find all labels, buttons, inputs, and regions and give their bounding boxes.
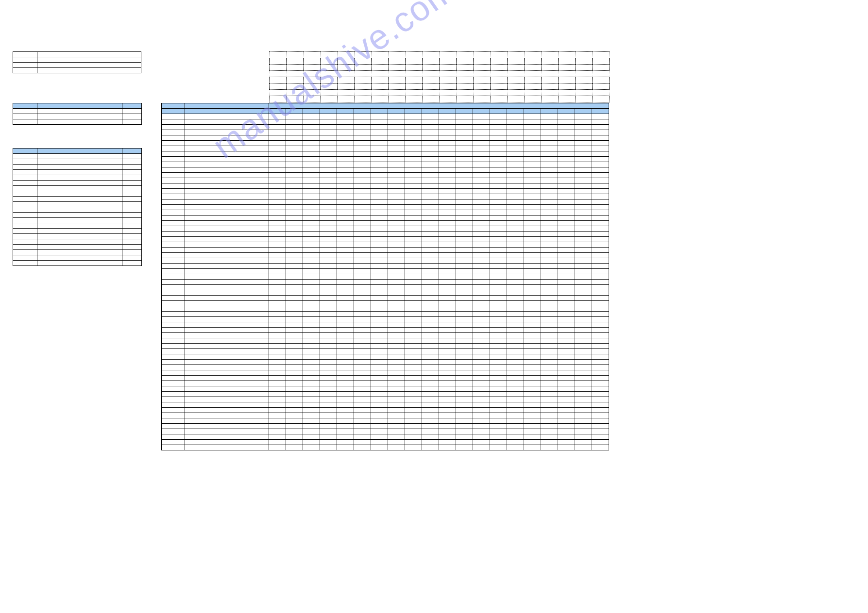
main-cell xyxy=(162,328,185,333)
main-cell xyxy=(541,290,558,296)
list-table-header-cell xyxy=(37,149,122,154)
main-cell xyxy=(575,189,592,194)
main-cell xyxy=(558,173,575,178)
main-cell xyxy=(524,242,541,248)
main-cell xyxy=(490,280,507,285)
main-cell xyxy=(405,205,422,210)
list-table-cell xyxy=(122,154,142,159)
main-cell xyxy=(286,285,303,290)
main-cell xyxy=(303,370,320,376)
main-cell xyxy=(354,119,371,125)
main-cell xyxy=(269,189,286,194)
main-cell xyxy=(337,194,354,199)
dotted-cell xyxy=(321,90,338,96)
main-cell xyxy=(558,114,575,119)
main-cell xyxy=(473,360,490,365)
main-cell xyxy=(456,130,473,135)
main-cell xyxy=(405,226,422,232)
main-cell xyxy=(269,344,286,349)
dotted-cell xyxy=(508,71,525,77)
main-cell xyxy=(524,322,541,328)
main-cell xyxy=(388,328,405,333)
main-cell xyxy=(320,424,337,429)
main-cell xyxy=(162,205,185,210)
main-cell xyxy=(337,199,354,205)
main-cell xyxy=(473,264,490,269)
main-cell xyxy=(473,232,490,237)
main-cell xyxy=(490,226,507,232)
main-cell xyxy=(388,392,405,397)
main-cell xyxy=(490,248,507,253)
main-cell xyxy=(337,322,354,328)
main-cell xyxy=(507,349,524,354)
main-cell xyxy=(490,199,507,205)
main-cell xyxy=(524,365,541,370)
main-cell xyxy=(524,157,541,162)
main-cell xyxy=(422,381,439,386)
main-cell xyxy=(354,215,371,221)
main-cell xyxy=(162,135,185,141)
main-cell xyxy=(185,322,269,328)
main-cell xyxy=(558,312,575,317)
main-cell xyxy=(405,285,422,290)
main-cell xyxy=(320,317,337,322)
main-cell xyxy=(162,221,185,226)
main-cell xyxy=(575,130,592,135)
main-cell xyxy=(439,253,456,258)
main-cell xyxy=(541,333,558,338)
main-cell xyxy=(185,408,269,413)
main-cell xyxy=(507,290,524,296)
main-cell xyxy=(524,125,541,130)
main-cell xyxy=(592,135,609,141)
main-cell xyxy=(575,269,592,274)
main-cell xyxy=(439,333,456,338)
main-cell xyxy=(185,173,269,178)
main-cell xyxy=(405,119,422,125)
main-cell xyxy=(162,151,185,157)
main-cell xyxy=(456,365,473,370)
main-cell xyxy=(456,445,473,450)
main-cell xyxy=(405,338,422,344)
main-header2-cell xyxy=(286,109,303,114)
main-cell xyxy=(405,248,422,253)
main-cell xyxy=(575,146,592,151)
main-cell xyxy=(541,285,558,290)
main-cell xyxy=(269,338,286,344)
main-cell xyxy=(541,167,558,173)
main-cell xyxy=(575,312,592,317)
main-cell xyxy=(456,162,473,167)
main-cell xyxy=(524,199,541,205)
main-cell xyxy=(490,296,507,301)
main-cell xyxy=(422,125,439,130)
main-cell xyxy=(524,338,541,344)
main-cell xyxy=(439,290,456,296)
main-cell xyxy=(507,445,524,450)
main-cell xyxy=(337,264,354,269)
main-cell xyxy=(490,354,507,360)
main-cell xyxy=(371,162,388,167)
main-cell xyxy=(439,114,456,119)
main-cell xyxy=(162,157,185,162)
main-cell xyxy=(162,290,185,296)
main-cell xyxy=(303,301,320,306)
dotted-cell xyxy=(593,71,610,77)
main-cell xyxy=(490,274,507,280)
main-cell xyxy=(490,413,507,418)
main-cell xyxy=(541,413,558,418)
main-cell xyxy=(162,226,185,232)
main-cell xyxy=(286,130,303,135)
main-cell xyxy=(405,386,422,392)
main-cell xyxy=(286,162,303,167)
main-cell xyxy=(507,210,524,215)
main-cell xyxy=(320,157,337,162)
dotted-cell xyxy=(304,71,321,77)
main-cell xyxy=(388,386,405,392)
main-cell xyxy=(439,354,456,360)
main-cell xyxy=(524,392,541,397)
main-cell xyxy=(303,408,320,413)
main-cell xyxy=(162,264,185,269)
main-cell xyxy=(185,248,269,253)
list-table-cell xyxy=(37,170,122,175)
main-cell xyxy=(490,183,507,189)
main-cell xyxy=(388,360,405,365)
